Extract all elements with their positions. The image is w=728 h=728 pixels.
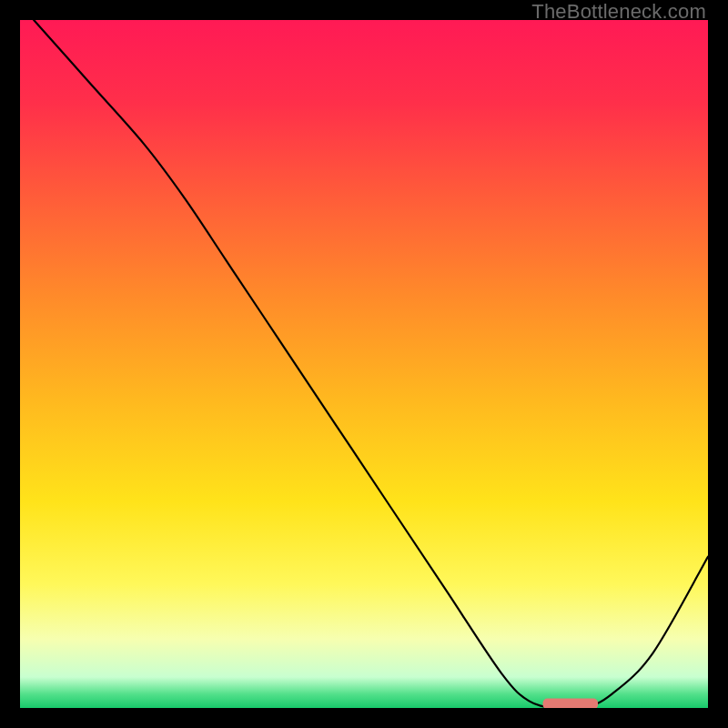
gradient-background bbox=[20, 20, 708, 708]
chart-frame bbox=[20, 20, 708, 708]
bottleneck-chart bbox=[20, 20, 708, 708]
watermark-text: TheBottleneck.com bbox=[531, 0, 706, 24]
optimum-marker bbox=[543, 698, 598, 708]
